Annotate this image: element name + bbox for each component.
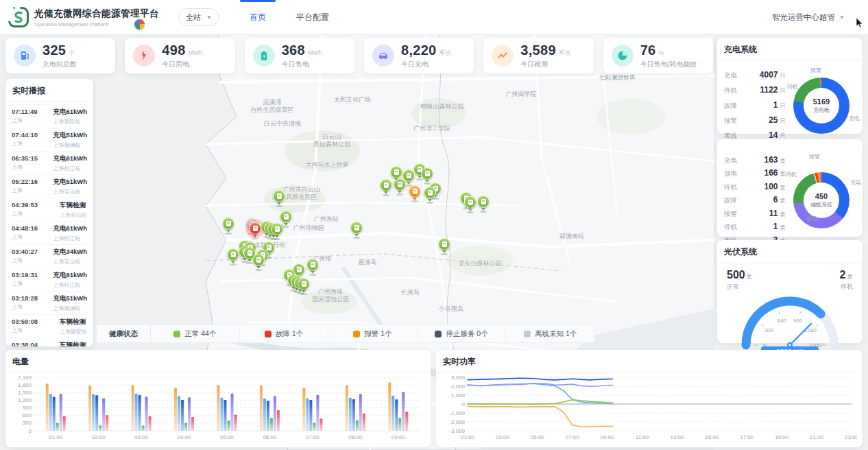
stat-label: 放电: [724, 169, 745, 178]
health-label: 离线未知 1个: [535, 329, 577, 339]
kpi-value: 76: [640, 43, 656, 58]
marker-head: [306, 259, 319, 271]
broadcast-event: 车辆检测: [60, 341, 87, 346]
station-marker-alarm[interactable]: [409, 185, 421, 202]
broadcast-time: 04:48:16: [12, 224, 38, 232]
stat-value: 1: [745, 222, 778, 231]
broadcast-event: 车辆检测: [60, 201, 87, 210]
assistant-sphere-icon[interactable]: [134, 19, 145, 29]
kpi-unit: 车次: [559, 49, 571, 58]
stat-value: 14: [745, 130, 778, 140]
mouse-cursor: [856, 18, 864, 32]
stat-label: 故障: [724, 102, 745, 110]
pv-system-title: 光伏系统: [717, 240, 863, 263]
donut-callout-label: 充电: [849, 115, 860, 122]
broadcast-item[interactable]: 03:19:31上海充电61kWh上海松江站: [12, 268, 87, 292]
marker-head: [380, 179, 392, 191]
stat-value: 100: [745, 182, 778, 191]
broadcast-list[interactable]: 07:11:49上海充电61kWh上海普陀站07:44:10上海充电51kWh上…: [5, 102, 93, 346]
svg-text:11:00: 11:00: [636, 434, 649, 440]
charger-icon: [384, 182, 389, 188]
broadcast-city: 上海: [12, 280, 38, 287]
broadcast-item[interactable]: 03:38:04上海车辆检测上海嘉定站: [12, 338, 87, 346]
broadcast-item[interactable]: 04:39:53上海车辆检测上海金山站: [12, 198, 87, 222]
stat-unit: 只: [780, 87, 786, 95]
nav-tab-0[interactable]: 首页: [234, 0, 281, 34]
user-menu[interactable]: 智光运营中心超管 ▼: [772, 12, 845, 23]
health-legend-1[interactable]: 故障 1个: [240, 325, 329, 342]
broadcast-item[interactable]: 07:44:10上海充电51kWh上海杨浦站: [12, 128, 87, 152]
donut-chart: 5169充电枪: [793, 78, 849, 134]
broadcast-city: 上海: [12, 117, 38, 124]
site-select-dropdown[interactable]: 全站 ▼: [178, 8, 219, 26]
station-marker-normal[interactable]: [271, 223, 283, 240]
station-marker-normal[interactable]: [222, 217, 234, 235]
user-name: 智光运营中心超管: [772, 12, 835, 23]
power-chart-title: 实时功率: [436, 350, 863, 373]
station-marker-fault[interactable]: [249, 222, 261, 239]
kpi-value: 325: [43, 43, 66, 58]
stat-label: 报警: [724, 210, 745, 219]
station-marker-normal[interactable]: [438, 238, 450, 255]
station-marker-normal[interactable]: [380, 179, 392, 196]
kpi-card-0[interactable]: 325个充电站总数: [5, 38, 115, 73]
system-stat-row: 报警25只: [724, 115, 786, 126]
broadcast-time: 03:38:04: [12, 341, 38, 346]
kpi-card-5[interactable]: 76%今日售电/耗电能效: [603, 38, 713, 73]
nav-tab-1[interactable]: 平台配置: [281, 0, 344, 34]
broadcast-event: 充电61kWh: [53, 224, 87, 233]
broadcast-item[interactable]: 04:48:16上海充电61kWh上海松江站: [12, 222, 87, 245]
broadcast-item[interactable]: 03:18:28上海充电51kWh上海杨浦站: [12, 292, 87, 315]
charger-icon: [253, 226, 258, 231]
main-nav-tabs: 首页平台配置: [234, 0, 344, 34]
health-legend-3[interactable]: 停止服务 0个: [418, 325, 507, 342]
broadcast-event: 充电51kWh: [53, 131, 87, 140]
station-marker-normal[interactable]: [394, 178, 406, 196]
marker-head: [390, 166, 402, 178]
station-marker-normal[interactable]: [424, 187, 436, 204]
broadcast-item[interactable]: 03:59:08上海车辆检测上海静安站: [12, 315, 87, 338]
broadcast-event: 充电61kWh: [53, 154, 87, 163]
stat-value: 1122: [745, 85, 778, 95]
svg-text:03:00: 03:00: [496, 434, 510, 440]
health-legend-4[interactable]: 离线未知 1个: [506, 325, 594, 342]
energy-bar-chart: 03006009001,2001,5001,8002,10001:0002:00…: [5, 373, 431, 450]
station-marker-normal[interactable]: [273, 190, 285, 207]
station-marker-normal[interactable]: [252, 254, 265, 271]
station-marker-normal[interactable]: [477, 196, 490, 213]
kpi-card-1[interactable]: 498MWh今日用电: [125, 38, 234, 73]
station-marker-normal[interactable]: [306, 259, 319, 276]
svg-text:-3,000: -3,000: [449, 428, 465, 434]
kpi-card-2[interactable]: 368MWh今日售电: [245, 38, 354, 73]
broadcast-item[interactable]: 06:35:15上海充电61kWh上海松江站: [12, 152, 87, 175]
broadcast-item[interactable]: 03:40:27上海充电34kWh上海宝山站: [12, 245, 87, 268]
pv-system-panel: 光伏系统 500套 正常 2套 停机 032064096012801600 12…: [717, 240, 863, 343]
system-stat-row: 故障1只: [724, 100, 786, 110]
broadcast-station: 上海杨浦站: [53, 141, 87, 149]
stat-label: 充电: [724, 156, 745, 165]
station-marker-normal[interactable]: [350, 222, 363, 239]
station-marker-normal[interactable]: [298, 278, 310, 295]
health-legend-0[interactable]: 正常 44个: [151, 325, 240, 342]
broadcast-item[interactable]: 05:22:16上海充电51kWh上海宝山站: [12, 175, 87, 198]
health-dot: [435, 331, 442, 338]
health-legend-2[interactable]: 报警 1个: [328, 325, 418, 342]
station-marker-normal[interactable]: [227, 248, 239, 265]
svg-text:900: 900: [23, 405, 32, 411]
kpi-label: 今日售电: [282, 60, 322, 69]
broadcast-time: 06:35:15: [12, 154, 38, 162]
donut-callout-label: 报警: [809, 153, 820, 161]
system-stat-row: 放电166套: [724, 168, 786, 178]
app-logo: [8, 7, 29, 27]
broadcast-event: 充电34kWh: [53, 248, 87, 257]
broadcast-city: 上海: [12, 257, 38, 264]
broadcast-station: 上海杨浦站: [53, 305, 87, 312]
kpi-card-4[interactable]: 3,589车次今日检测: [483, 38, 593, 73]
station-marker-normal[interactable]: [464, 196, 477, 213]
broadcast-item[interactable]: 07:11:49上海充电61kWh上海普陀站: [12, 105, 87, 128]
kpi-label: 今日售电/耗电能效: [640, 60, 697, 69]
marker-head: [350, 222, 363, 234]
svg-text:0: 0: [462, 401, 466, 407]
svg-text:07:00: 07:00: [306, 434, 320, 440]
kpi-card-3[interactable]: 8,220车次今日充电: [364, 38, 474, 73]
